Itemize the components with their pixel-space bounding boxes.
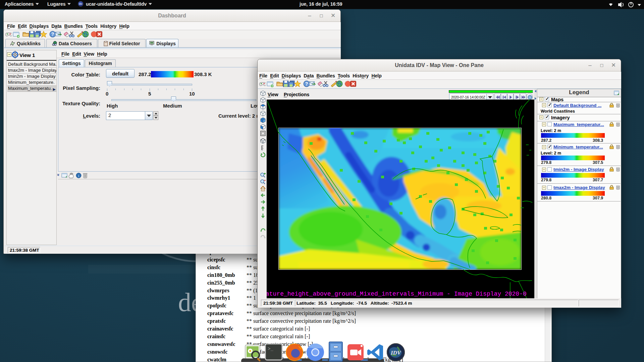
svg-text:i: i	[78, 174, 79, 178]
svg-text:>_: >_	[268, 346, 273, 352]
svg-text:?: ?	[305, 81, 308, 86]
svg-text:?: ?	[51, 32, 54, 37]
svg-text:IDV: IDV	[390, 350, 401, 356]
